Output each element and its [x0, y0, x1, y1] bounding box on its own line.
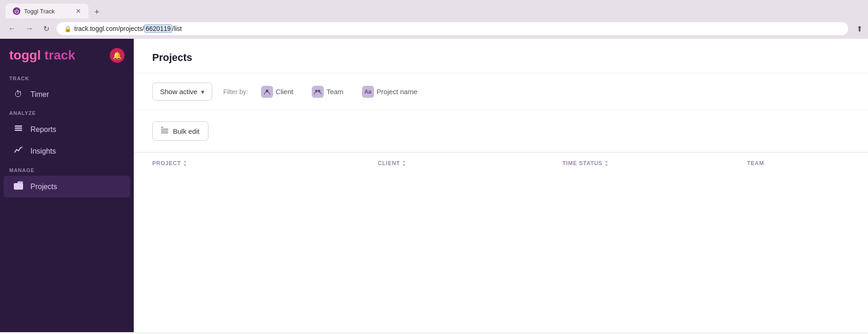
sidebar: toggl track 🔔 TRACK ⏱ Timer ANALYZE Repo…: [0, 39, 134, 332]
chevron-down-icon: ▾: [201, 88, 204, 95]
bulk-edit-icon: [161, 126, 168, 136]
bulk-edit-area: Bulk edit: [134, 110, 868, 152]
filter-project-name-label: Project name: [377, 88, 417, 95]
sidebar-item-timer[interactable]: ⏱ Timer: [4, 84, 130, 105]
sidebar-item-insights-label: Insights: [30, 147, 56, 155]
reload-button[interactable]: ↻: [41, 23, 52, 35]
svg-rect-11: [161, 132, 168, 133]
column-client-label: CLIENT: [378, 160, 400, 167]
filter-bar: Show active ▾ Filter by: Client: [134, 73, 868, 110]
notification-bell[interactable]: 🔔: [110, 48, 125, 63]
client-filter-icon: [261, 86, 273, 98]
column-time-status-label: TIME STATUS: [562, 160, 602, 167]
address-bar[interactable]: 🔒 track.toggl.com/projects/6620119/list: [57, 22, 848, 35]
sidebar-section-analyze: ANALYZE: [0, 105, 134, 119]
bulk-edit-label: Bulk edit: [173, 127, 200, 135]
svg-rect-8: [161, 127, 163, 128]
active-tab[interactable]: ⏻ Toggl Track ✕: [6, 4, 89, 18]
tab-title: Toggl Track: [24, 8, 54, 15]
time-status-sort-icon: [604, 160, 609, 167]
bulk-edit-button[interactable]: Bulk edit: [152, 121, 208, 141]
team-filter-icon: [312, 86, 324, 98]
filter-project-name-button[interactable]: Aa Project name: [357, 83, 423, 101]
new-tab-button[interactable]: +: [90, 6, 103, 18]
filter-client-label: Client: [276, 88, 293, 95]
sidebar-item-reports[interactable]: Reports: [4, 119, 130, 140]
back-button[interactable]: ←: [6, 23, 18, 35]
bell-icon: 🔔: [113, 51, 122, 60]
sidebar-item-projects-label: Projects: [30, 183, 57, 191]
column-project[interactable]: PROJECT: [152, 160, 378, 167]
client-sort-icon: [402, 160, 406, 167]
sidebar-logo: toggl track 🔔: [0, 39, 134, 70]
address-highlight: 6620119: [144, 24, 172, 33]
filter-client-button[interactable]: Client: [256, 83, 299, 101]
svg-rect-2: [15, 130, 22, 131]
page-header: Projects: [134, 39, 868, 73]
tab-favicon: ⏻: [13, 7, 20, 15]
filter-by-label: Filter by:: [223, 88, 248, 95]
svg-rect-9: [161, 129, 168, 130]
show-active-label: Show active: [160, 88, 197, 95]
address-base: track.toggl.com/projects/6620119/list: [74, 25, 182, 32]
page-title: Projects: [152, 52, 850, 64]
sidebar-section-manage: MANAGE: [0, 162, 134, 176]
svg-rect-10: [161, 131, 168, 131]
column-team-label: TEAM: [747, 160, 764, 167]
projects-icon: [13, 181, 24, 192]
main-content: Projects Show active ▾ Filter by: Client: [134, 39, 868, 332]
lock-icon: 🔒: [64, 25, 71, 32]
project-name-filter-icon: Aa: [362, 86, 374, 98]
browser-chrome: ⏻ Toggl Track ✕ +: [0, 0, 868, 18]
app-layout: toggl track 🔔 TRACK ⏱ Timer ANALYZE Repo…: [0, 39, 868, 332]
reports-icon: [13, 124, 24, 135]
address-bar-row: ← → ↻ 🔒 track.toggl.com/projects/6620119…: [0, 18, 868, 39]
tab-close-button[interactable]: ✕: [76, 7, 81, 15]
insights-icon: [13, 146, 24, 156]
table-header: PROJECT CLIENT TIME STAT: [134, 152, 868, 174]
show-active-button[interactable]: Show active ▾: [152, 83, 212, 101]
column-client[interactable]: CLIENT: [378, 160, 562, 167]
forward-button[interactable]: →: [23, 23, 36, 35]
filter-team-label: Team: [327, 88, 344, 95]
project-sort-icon: [183, 160, 187, 167]
share-button[interactable]: ⬆: [856, 24, 862, 33]
svg-rect-0: [15, 125, 22, 127]
logo-track: track: [41, 48, 75, 62]
filter-team-button[interactable]: Team: [306, 83, 349, 101]
sidebar-section-track: TRACK: [0, 70, 134, 84]
logo-toggl: toggl: [9, 48, 41, 62]
svg-rect-1: [15, 128, 22, 129]
sidebar-item-projects[interactable]: Projects: [4, 176, 130, 197]
sidebar-item-timer-label: Timer: [30, 90, 49, 99]
column-team: TEAM: [747, 160, 850, 167]
sidebar-item-reports-label: Reports: [30, 125, 56, 134]
browser-tabs: ⏻ Toggl Track ✕ +: [6, 4, 862, 18]
column-project-label: PROJECT: [152, 160, 181, 167]
sidebar-item-insights[interactable]: Insights: [4, 140, 130, 162]
logo: toggl track: [9, 48, 75, 63]
column-time-status[interactable]: TIME STATUS: [562, 160, 747, 167]
svg-rect-4: [14, 183, 23, 190]
timer-icon: ⏱: [13, 89, 24, 99]
